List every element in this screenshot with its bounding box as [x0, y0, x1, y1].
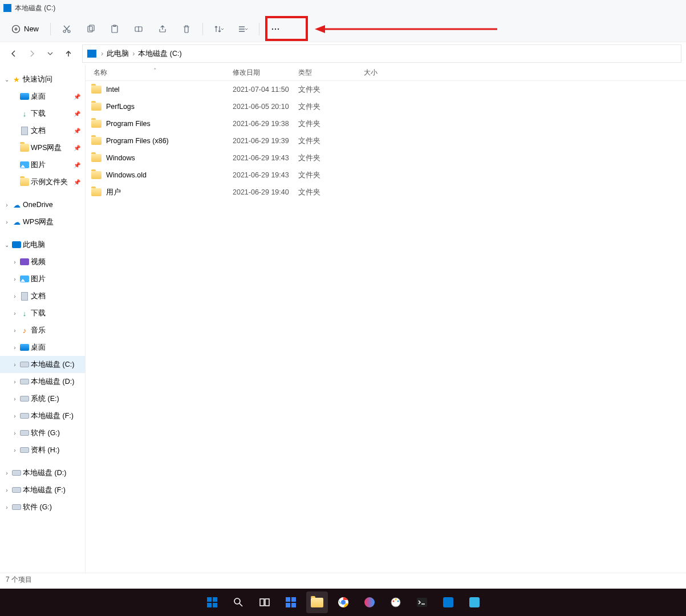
sidebar-item[interactable]: › 本地磁盘 (D:): [0, 373, 85, 390]
picture-icon: [20, 274, 29, 283]
taskbar-settings[interactable]: [437, 591, 459, 613]
sidebar-item[interactable]: › 视频: [0, 253, 85, 270]
sidebar-item[interactable]: 文档 📌: [0, 122, 85, 139]
share-button[interactable]: [152, 19, 173, 39]
sidebar-item-label: 图片: [31, 160, 46, 170]
svg-point-30: [397, 601, 399, 602]
table-row[interactable]: 用户 2021-06-29 19:40 文件夹: [86, 184, 686, 201]
sidebar-item[interactable]: WPS网盘 📌: [0, 139, 85, 156]
view-button[interactable]: [233, 19, 253, 39]
sort-button[interactable]: [209, 19, 229, 39]
drive-icon: [12, 468, 21, 477]
sidebar-item[interactable]: › 本地磁盘 (C:): [0, 356, 85, 373]
taskbar-app[interactable]: [464, 591, 485, 613]
separator: [259, 23, 259, 35]
chevron-icon: ›: [3, 202, 10, 208]
taskbar-browser2[interactable]: [359, 591, 380, 613]
svg-rect-14: [213, 597, 217, 602]
folder-icon: [91, 103, 102, 111]
back-button[interactable]: [6, 46, 22, 62]
taskbar-taskview[interactable]: [254, 591, 275, 613]
svg-rect-21: [291, 597, 296, 602]
sidebar-item[interactable]: › ↓ 下载: [0, 305, 85, 322]
taskbar-terminal[interactable]: [411, 591, 433, 613]
table-row[interactable]: Windows 2021-06-29 19:43 文件夹: [86, 149, 686, 167]
file-date: 2021-06-29 19:38: [225, 120, 290, 128]
sidebar-item[interactable]: ⌄ ★ 快速访问: [0, 71, 85, 88]
folder-icon: [91, 137, 102, 145]
col-type[interactable]: 类型: [290, 68, 356, 78]
sidebar-item-label: WPS网盘: [23, 217, 54, 227]
sidebar-item[interactable]: › 系统 (E:): [0, 390, 85, 407]
folder-icon: [91, 86, 102, 94]
svg-rect-33: [469, 597, 480, 607]
sidebar-item[interactable]: ↓ 下载 📌: [0, 105, 85, 122]
delete-button[interactable]: [176, 19, 197, 39]
sidebar-item[interactable]: › 资料 (H:): [0, 441, 85, 459]
recent-button[interactable]: [42, 46, 58, 62]
sidebar-item[interactable]: 示例文件夹 📌: [0, 173, 85, 191]
taskbar-paint[interactable]: [385, 591, 407, 613]
file-type: 文件夹: [290, 85, 356, 95]
drive-icon: [20, 411, 29, 420]
sidebar-item-label: 资料 (H:): [31, 445, 59, 455]
sidebar-item[interactable]: › 本地磁盘 (F:): [0, 407, 85, 424]
copy-button[interactable]: [80, 19, 101, 39]
file-date: 2021-06-29 19:39: [225, 137, 290, 145]
desktop-icon: [20, 343, 29, 352]
onedrive-icon: ☁: [12, 200, 21, 209]
sidebar-item[interactable]: › 图片: [0, 270, 85, 287]
new-button[interactable]: New: [6, 21, 44, 37]
more-button[interactable]: [265, 19, 286, 39]
folder-icon: [20, 143, 29, 152]
table-row[interactable]: Intel 2021-07-04 11:50 文件夹: [86, 81, 686, 98]
sidebar-item[interactable]: 图片 📌: [0, 156, 85, 173]
table-row[interactable]: Program Files 2021-06-29 19:38 文件夹: [86, 115, 686, 132]
col-size[interactable]: 大小: [356, 68, 407, 78]
sidebar-item-label: OneDrive: [23, 201, 53, 209]
sidebar-item[interactable]: 桌面 📌: [0, 88, 85, 105]
taskbar-chrome[interactable]: [332, 591, 354, 613]
drive-icon: [87, 50, 96, 58]
taskbar-search[interactable]: [228, 591, 249, 613]
rename-button[interactable]: [128, 19, 149, 39]
sidebar-item[interactable]: › ☁ OneDrive: [0, 196, 85, 213]
sidebar-item[interactable]: › 本地磁盘 (D:): [0, 464, 85, 481]
folder-icon: [91, 188, 102, 196]
up-button[interactable]: [60, 46, 76, 62]
chevron-right-icon: ›: [100, 50, 104, 58]
taskbar-start[interactable]: [201, 591, 223, 613]
drive-icon: [20, 377, 29, 386]
taskbar-explorer[interactable]: [306, 591, 328, 613]
titlebar: 本地磁盘 (C:): [0, 0, 686, 16]
sidebar-item[interactable]: › 桌面: [0, 339, 85, 356]
pin-icon: 📌: [74, 128, 80, 134]
sidebar-item[interactable]: › ♪ 音乐: [0, 322, 85, 339]
taskbar-widgets[interactable]: [280, 591, 302, 613]
svg-point-29: [395, 599, 396, 601]
address-bar[interactable]: › 此电脑 › 本地磁盘 (C:): [82, 44, 681, 63]
paste-button[interactable]: [104, 19, 125, 39]
sidebar-item[interactable]: › ☁ WPS网盘: [0, 213, 85, 230]
file-name: PerfLogs: [106, 103, 135, 111]
sidebar-item[interactable]: › 软件 (G:): [0, 499, 85, 516]
chevron-icon: ›: [3, 470, 10, 476]
breadcrumb-root[interactable]: 此电脑: [104, 48, 131, 60]
table-row[interactable]: PerfLogs 2021-06-05 20:10 文件夹: [86, 98, 686, 115]
sidebar-item[interactable]: › 本地磁盘 (F:): [0, 481, 85, 499]
col-name[interactable]: ⌃名称: [86, 68, 225, 78]
view-icon: [238, 25, 248, 34]
sidebar-item-label: 视频: [31, 257, 46, 267]
forward-button[interactable]: [24, 46, 40, 62]
col-date[interactable]: 修改日期: [225, 68, 290, 78]
doc-icon: [20, 126, 29, 135]
breadcrumb-current[interactable]: 本地磁盘 (C:): [136, 48, 184, 60]
sidebar-item[interactable]: › 文档: [0, 287, 85, 305]
window-title: 本地磁盘 (C:): [15, 3, 55, 13]
rename-icon: [134, 25, 143, 34]
table-row[interactable]: Windows.old 2021-06-29 19:43 文件夹: [86, 167, 686, 184]
sidebar-item[interactable]: › 软件 (G:): [0, 424, 85, 441]
cut-button[interactable]: [56, 19, 77, 39]
table-row[interactable]: Program Files (x86) 2021-06-29 19:39 文件夹: [86, 132, 686, 149]
sidebar-item[interactable]: ⌄ 此电脑: [0, 236, 85, 253]
